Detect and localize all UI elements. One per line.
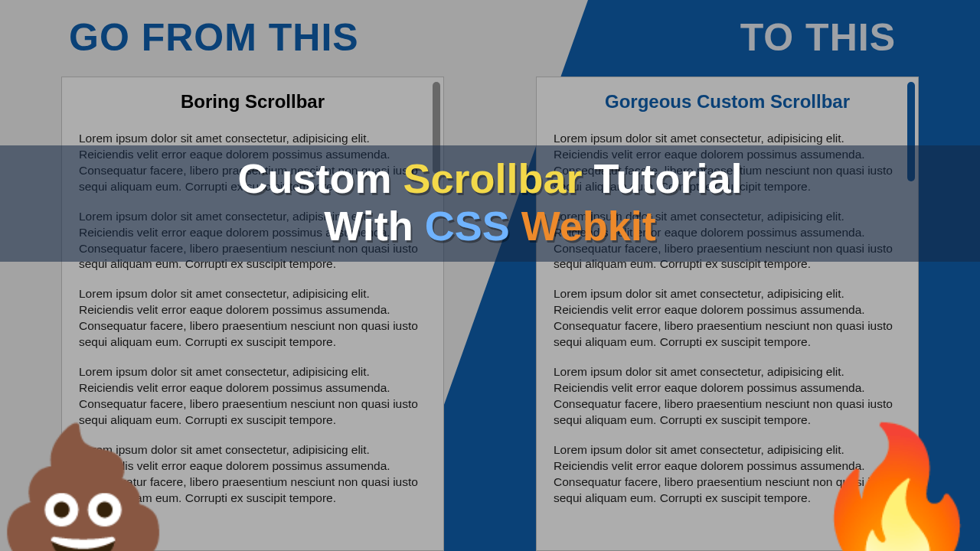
gorgeous-heading: Gorgeous Custom Scrollbar xyxy=(537,77,918,128)
lorem-paragraph: Lorem ipsum dolor sit amet consectetur, … xyxy=(554,364,901,429)
title-word: Webkit xyxy=(521,203,656,249)
title-word: CSS xyxy=(425,203,510,249)
lorem-paragraph: Lorem ipsum dolor sit amet consectetur, … xyxy=(79,286,426,350)
title-word: With xyxy=(324,203,413,249)
boring-heading: Boring Scrollbar xyxy=(62,77,443,128)
lorem-paragraph: Lorem ipsum dolor sit amet consectetur, … xyxy=(79,364,426,429)
title-word: Custom xyxy=(237,155,391,201)
title-word: Tutorial xyxy=(594,155,743,201)
label-to-this: TO THIS xyxy=(740,15,896,60)
video-title: Custom Scrollbar Tutorial With CSS Webki… xyxy=(0,145,980,262)
label-go-from-this: GO FROM THIS xyxy=(69,15,359,60)
poop-icon: 💩 xyxy=(0,429,174,551)
fire-icon: 🔥 xyxy=(806,429,980,551)
thumbnail-stage: GO FROM THIS TO THIS Boring Scrollbar Lo… xyxy=(0,0,980,551)
title-word: Scrollbar xyxy=(403,155,582,201)
lorem-paragraph: Lorem ipsum dolor sit amet consectetur, … xyxy=(554,286,901,350)
